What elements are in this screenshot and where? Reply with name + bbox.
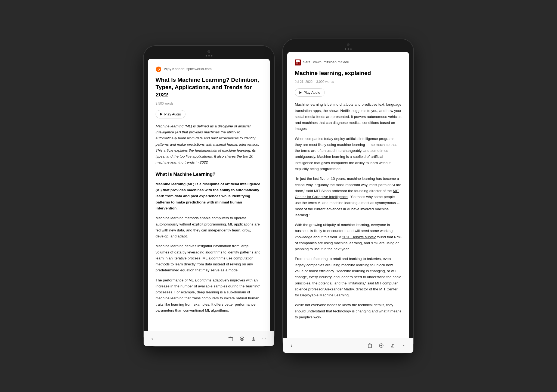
camera-left — [208, 50, 210, 53]
svg-rect-17 — [296, 61, 300, 61]
status-dots-right — [345, 48, 352, 50]
left-play-icon — [160, 113, 162, 115]
right-more-icon[interactable]: ··· — [401, 343, 406, 346]
left-circle-icon[interactable] — [239, 336, 245, 339]
right-source-text: Sara Brown, mitsloan.mit.edu — [303, 59, 349, 65]
left-paragraph-3: The performance of ML algorithms adaptiv… — [156, 277, 262, 314]
left-paragraph-0: Machine learning (ML) is a discipline of… — [156, 181, 262, 211]
left-article-content: Vijay Kanade, spiceworks.com What Is Mac… — [148, 59, 270, 339]
left-paragraph-1: Machine learning methods enable computer… — [156, 215, 262, 239]
right-meta-date: Jul 21, 2022 — [295, 80, 312, 84]
svg-rect-11 — [296, 61, 300, 62]
right-play-audio-label: Play Audio — [304, 90, 320, 95]
deloitte-survey-link[interactable]: 2020 Deloitte survey — [342, 235, 376, 239]
left-para-0-bold: Machine learning (ML) is a discipline of… — [156, 182, 260, 210]
left-paragraph-2: Machine learning derives insightful info… — [156, 243, 262, 273]
left-tablet: Vijay Kanade, spiceworks.com What Is Mac… — [144, 46, 274, 346]
right-paragraph-0: Machine learning is behind chatbots and … — [295, 102, 401, 132]
svg-rect-2 — [229, 337, 232, 339]
camera-right — [347, 43, 349, 46]
left-source-line: Vijay Kanade, spiceworks.com — [156, 66, 262, 72]
right-article-meta: Jul 21, 2022 3,000 words — [295, 79, 401, 84]
left-source-text: Vijay Kanade, spiceworks.com — [164, 66, 212, 72]
status-dots-left — [206, 55, 212, 57]
left-play-audio-label: Play Audio — [164, 112, 181, 116]
right-nav-icons-right: ··· — [367, 343, 406, 346]
right-paragraph-4: From manufacturing to retail and banking… — [295, 256, 401, 298]
dot-1 — [206, 55, 207, 57]
svg-point-1 — [158, 69, 159, 70]
left-share-icon[interactable] — [251, 336, 256, 339]
left-section-title: What Is Machine Learning? — [156, 171, 262, 178]
spiceworks-icon — [156, 66, 162, 72]
right-paragraph-5: While not everyone needs to know the tec… — [295, 302, 401, 320]
dot-3 — [211, 55, 212, 57]
left-back-button[interactable]: ‹ — [151, 335, 153, 339]
left-article-title: What Is Machine Learning? Definition, Ty… — [156, 76, 262, 98]
right-share-icon[interactable] — [390, 343, 395, 346]
deep-learning-link[interactable]: deep learning — [197, 290, 219, 294]
right-bottom-bar: ‹ — [287, 338, 409, 346]
left-screen: Vijay Kanade, spiceworks.com What Is Mac… — [148, 59, 270, 339]
left-article-meta: 3,500 words — [156, 101, 262, 106]
dot-r3 — [350, 48, 352, 50]
right-tablet: Sara Brown, mitsloan.mit.edu Machine lea… — [283, 39, 413, 353]
svg-point-8 — [241, 338, 243, 339]
right-circle-icon[interactable] — [379, 343, 384, 346]
left-more-icon[interactable]: ··· — [262, 336, 267, 339]
right-paragraph-3: With the growing ubiquity of machine lea… — [295, 222, 401, 252]
dot-2 — [208, 55, 210, 57]
left-nav-icons-right: ··· — [228, 336, 267, 339]
mit-collective-intelligence-link[interactable]: MIT Center for Collective Intelligence — [295, 189, 399, 199]
mit-icon — [295, 59, 301, 65]
left-article-intro: Machine learning (ML) is defined as a di… — [156, 123, 262, 166]
right-article-title: Machine learning, explained — [295, 69, 401, 77]
left-play-audio-button[interactable]: Play Audio — [156, 110, 185, 118]
svg-rect-19 — [368, 344, 372, 346]
svg-rect-16 — [296, 64, 300, 64]
dot-r1 — [345, 48, 346, 50]
left-bottom-bar: ‹ — [148, 331, 270, 339]
right-play-audio-button[interactable]: Play Audio — [295, 88, 325, 97]
right-screen: Sara Brown, mitsloan.mit.edu Machine lea… — [287, 52, 409, 346]
right-article-content: Sara Brown, mitsloan.mit.edu Machine lea… — [287, 52, 409, 346]
right-trash-icon[interactable] — [367, 343, 373, 346]
right-source-line: Sara Brown, mitsloan.mit.edu — [295, 59, 401, 65]
aleksander-madry-link[interactable]: Aleksander Madry — [324, 287, 354, 291]
right-meta-words: 3,000 words — [316, 80, 334, 84]
dot-r2 — [348, 48, 349, 50]
right-back-button[interactable]: ‹ — [290, 342, 292, 346]
svg-point-25 — [380, 345, 382, 346]
right-paragraph-1: When companies today deploy artificial i… — [295, 136, 401, 172]
right-play-icon — [299, 91, 302, 94]
right-paragraph-2: "In just the last five or 10 years, mach… — [295, 176, 401, 218]
left-trash-icon[interactable] — [228, 336, 233, 339]
